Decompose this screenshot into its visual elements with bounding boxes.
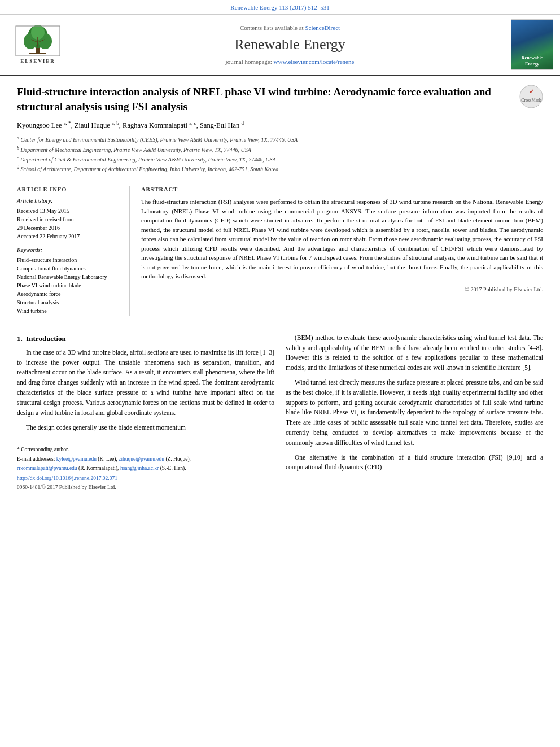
contents-link: Contents lists available at ScienceDirec… xyxy=(69,24,511,32)
author-ref-huque: (Z. Huque), xyxy=(165,456,191,462)
abstract-label: ABSTRACT xyxy=(141,186,543,194)
keywords-label: Keywords: xyxy=(17,246,120,255)
body-content: 1. Introduction In the case of a 3D wind… xyxy=(17,333,543,492)
content-divider xyxy=(17,325,543,325)
affil-b: b Department of Mechanical Engineering, … xyxy=(17,145,543,154)
affil-d: d School of Architecture, Department of … xyxy=(17,164,543,173)
affil-a: a Center for Energy and Environmental Su… xyxy=(17,135,543,144)
keywords: Keywords: Fluid–structure interaction Co… xyxy=(17,246,120,315)
crossmark-icon: ✓ CrossMark xyxy=(519,85,543,108)
body-right-column: (BEM) method to evaluate these aerodynam… xyxy=(286,333,543,492)
abstract-column: ABSTRACT The fluid-structure interaction… xyxy=(141,186,543,316)
article-info-column: ARTICLE INFO Article history: Received 1… xyxy=(17,186,130,316)
email-label: E-mail addresses: xyxy=(17,456,56,462)
abstract-text: The fluid-structure interaction (FSI) an… xyxy=(141,197,543,281)
intro-para-1: In the case of a 3D wind turbine blade, … xyxy=(17,348,274,418)
sciencedirect-link[interactable]: ScienceDirect xyxy=(305,24,340,31)
keyword-7: Wind turbine xyxy=(17,307,120,315)
journal-cover-image: RenewableEnergy xyxy=(511,19,553,70)
section1-title: Introduction xyxy=(26,334,66,343)
cover-label: RenewableEnergy xyxy=(522,55,542,67)
section1-number: 1. xyxy=(17,334,23,343)
corresponding-author: * Corresponding author. xyxy=(17,445,274,453)
authors-line: Kyoungsoo Lee a, *, Ziaul Huque a, b, Ra… xyxy=(17,120,543,131)
email-kommalapati[interactable]: rrkommalapati@pvamu.edu xyxy=(17,465,77,471)
right-para-1: (BEM) method to evaluate these aerodynam… xyxy=(286,333,543,373)
elsevier-tree-icon xyxy=(15,25,60,56)
email-lee[interactable]: kylee@pvamu.edu xyxy=(56,456,97,462)
affil-c: c Department of Civil & Environmental En… xyxy=(17,155,543,164)
accepted-date: Accepted 22 February 2017 xyxy=(17,233,120,241)
received-date: Received 13 May 2015 xyxy=(17,207,120,215)
author-ref-kommalapati: (R. Kommalapati), xyxy=(78,465,120,471)
revised-date: 29 December 2016 xyxy=(17,224,120,232)
main-content: Fluid-structure interaction analysis of … xyxy=(0,76,560,500)
copyright: © 2017 Published by Elsevier Ltd. xyxy=(141,286,543,294)
right-para-2: Wind tunnel test directly measures the s… xyxy=(286,378,543,448)
journal-citation: Renewable Energy 113 (2017) 512–531 xyxy=(0,0,560,15)
body-left-column: 1. Introduction In the case of a 3D wind… xyxy=(17,333,274,492)
elsevier-text: ELSEVIER xyxy=(20,58,55,65)
author-ref-han: (S.-E. Han). xyxy=(160,465,186,471)
journal-header: ELSEVIER Contents lists available at Sci… xyxy=(0,15,560,76)
email-line-2: rrkommalapati@pvamu.edu (R. Kommalapati)… xyxy=(17,464,274,472)
svg-text:CrossMark: CrossMark xyxy=(521,98,541,103)
journal-homepage-link[interactable]: www.elsevier.com/locate/renene xyxy=(274,58,355,65)
keyword-3: National Renewable Energy Laboratory xyxy=(17,273,120,281)
keyword-1: Fluid–structure interaction xyxy=(17,256,120,264)
revised-label: Received in revised form xyxy=(17,216,120,224)
keyword-5: Aerodynamic force xyxy=(17,290,120,298)
article-info-label: ARTICLE INFO xyxy=(17,186,120,194)
issn-line: 0960-1481/© 2017 Published by Elsevier L… xyxy=(17,483,274,491)
section1-heading: 1. Introduction xyxy=(17,333,274,344)
affiliations: a Center for Energy and Environmental Su… xyxy=(17,135,543,173)
article-history: Article history: Received 13 May 2015 Re… xyxy=(17,197,120,241)
keyword-4: Phase VI wind turbine blade xyxy=(17,282,120,290)
keyword-6: Structural analysis xyxy=(17,299,120,307)
doi-line: http://dx.doi.org/10.1016/j.renene.2017.… xyxy=(17,474,274,482)
author-ref-lee: (K. Lee), xyxy=(98,456,119,462)
doi-link[interactable]: http://dx.doi.org/10.1016/j.renene.2017.… xyxy=(17,475,117,481)
history-label: Article history: xyxy=(17,197,120,206)
article-title: Fluid-structure interaction analysis of … xyxy=(17,85,519,113)
right-para-3: One alternative is the combination of a … xyxy=(286,453,543,473)
journal-center: Contents lists available at ScienceDirec… xyxy=(69,24,511,66)
footnote-section: * Corresponding author. E-mail addresses… xyxy=(17,442,274,491)
keyword-2: Computational fluid dynamics xyxy=(17,265,120,273)
article-info-abstract: ARTICLE INFO Article history: Received 1… xyxy=(17,180,543,316)
svg-rect-1 xyxy=(29,53,46,54)
email-line: E-mail addresses: kylee@pvamu.edu (K. Le… xyxy=(17,455,274,463)
article-title-section: Fluid-structure interaction analysis of … xyxy=(17,85,543,113)
email-huque[interactable]: zihuque@pvamu.edu xyxy=(119,456,164,462)
intro-para-2: The design codes generally use the blade… xyxy=(17,423,274,433)
journal-title: Renewable Energy xyxy=(69,34,511,55)
svg-text:✓: ✓ xyxy=(529,88,534,95)
elsevier-logo: ELSEVIER xyxy=(7,25,69,65)
journal-homepage: journal homepage: www.elsevier.com/locat… xyxy=(69,58,511,66)
email-han[interactable]: hsang@inha.ac.kr xyxy=(120,465,159,471)
